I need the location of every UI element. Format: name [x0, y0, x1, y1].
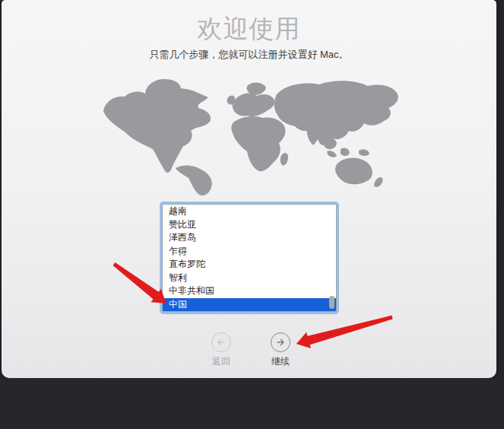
scrollbar-thumb[interactable]: [329, 296, 334, 309]
voiceover-bar: 您需要听取 Mac 的设置说明吗？ 若要了解如何使用 VoiceOver 来设置…: [0, 378, 504, 429]
continue-button-label[interactable]: 继续: [258, 355, 303, 368]
country-list-item[interactable]: 直布罗陀: [163, 258, 336, 272]
page-title: 欢迎使用: [2, 12, 496, 46]
country-list-item[interactable]: 中非共和国: [163, 284, 336, 298]
page-subtitle: 只需几个步骤，您就可以注册并设置好 Mac。: [2, 48, 496, 62]
country-list-item[interactable]: 乍得: [163, 245, 336, 259]
country-list-item[interactable]: 中国: [163, 298, 336, 312]
back-button[interactable]: [211, 332, 231, 352]
arrow-left-icon: [216, 337, 227, 348]
setup-window: 欢迎使用 只需几个步骤，您就可以注册并设置好 Mac。: [2, 0, 496, 378]
continue-button[interactable]: [271, 332, 290, 352]
country-list-item[interactable]: 越南: [163, 205, 336, 218]
back-button-label[interactable]: 返回: [198, 355, 244, 368]
country-list-rows: 越南赞比亚泽西岛乍得直布罗陀智利中非共和国中国: [163, 205, 336, 311]
world-map-image: [99, 76, 418, 198]
country-list-item[interactable]: 智利: [163, 272, 336, 285]
country-list-item[interactable]: 泽西岛: [163, 231, 336, 245]
arrow-right-icon: [275, 337, 286, 348]
country-list[interactable]: 越南赞比亚泽西岛乍得直布罗陀智利中非共和国中国: [162, 204, 337, 312]
country-list-item[interactable]: 赞比亚: [163, 218, 336, 232]
